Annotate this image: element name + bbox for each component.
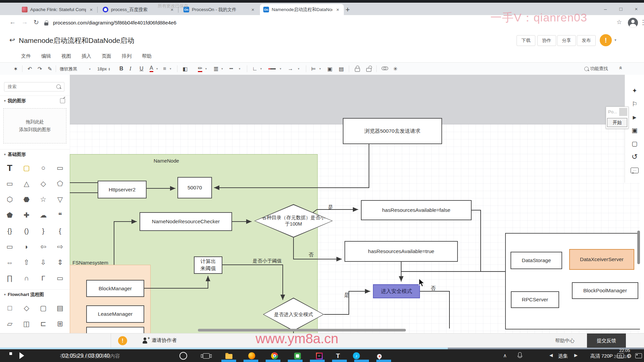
shape-item[interactable]: ⬡ bbox=[1, 193, 18, 206]
shape-item[interactable]: ▤ bbox=[52, 301, 68, 315]
font-size-stepper[interactable]: 18px ▲▼ bbox=[96, 65, 117, 73]
undo-icon[interactable]: ↶ bbox=[28, 65, 32, 72]
select-frame-icon[interactable]: ⚐ bbox=[630, 99, 640, 109]
fullscreen-icon[interactable] bbox=[635, 353, 642, 358]
chevron-down-icon[interactable]: ▾ bbox=[221, 65, 223, 72]
task-view-icon[interactable] bbox=[202, 352, 210, 360]
edit-icon[interactable] bbox=[60, 98, 65, 103]
tray-chevron-up-icon[interactable]: ∧ bbox=[503, 353, 507, 359]
maximize-icon[interactable]: □ bbox=[613, 3, 629, 15]
back-icon[interactable]: ← bbox=[9, 18, 16, 26]
browser-menu-icon[interactable]: ⋮ bbox=[640, 18, 644, 26]
align-objects-icon[interactable]: ⊨ bbox=[311, 65, 316, 72]
node-50070[interactable]: 50070 bbox=[177, 177, 212, 198]
avatar-caret-icon[interactable]: ▾ bbox=[614, 38, 616, 42]
shape-item[interactable]: ∩ bbox=[18, 272, 35, 285]
vertical-scrollbar[interactable] bbox=[637, 231, 640, 264]
shape-item[interactable]: ▢ bbox=[35, 301, 52, 315]
screenshot-icon[interactable] bbox=[617, 353, 624, 358]
bold-button[interactable]: B bbox=[119, 65, 123, 72]
section-my-shapes[interactable]: ▾ 我的图形 bbox=[0, 96, 70, 106]
node-resource-checker[interactable]: NameNodeResourceChecker bbox=[140, 212, 232, 231]
chevron-down-icon[interactable]: ▾ bbox=[280, 65, 281, 72]
stepper-arrows-icon[interactable]: ▲▼ bbox=[108, 67, 110, 71]
music-app-icon[interactable]: ♪ bbox=[352, 352, 361, 360]
collaborate-button[interactable]: 协作 bbox=[537, 35, 556, 46]
menu-item[interactable]: 编辑 bbox=[41, 53, 51, 59]
next-episode-icon[interactable]: ▶ bbox=[574, 353, 578, 358]
url-text[interactable]: processon.com/diagraming/5f86b04fe401fd0… bbox=[53, 20, 176, 25]
shape-item[interactable]: ▢ bbox=[18, 161, 35, 175]
close-icon[interactable]: × bbox=[629, 3, 644, 15]
shape-item[interactable]: ✚ bbox=[18, 208, 35, 222]
drop-zone[interactable]: 拖到此处 添加到我的图形 bbox=[3, 108, 66, 143]
line-color-icon[interactable] bbox=[268, 65, 276, 72]
chrome-icon[interactable] bbox=[270, 352, 279, 360]
note-app-icon[interactable] bbox=[293, 352, 302, 360]
t-app-icon[interactable]: T bbox=[334, 352, 342, 360]
shape-item[interactable]: T bbox=[1, 161, 18, 175]
chevron-down-icon[interactable]: ▾ bbox=[319, 65, 321, 72]
tab-flink[interactable]: Apache Flink: Stateful Comput × bbox=[18, 4, 97, 15]
node-has-resources-true[interactable]: hasResourcesAvailable=true bbox=[344, 241, 458, 262]
collapse-toolbar-icon[interactable]: « bbox=[618, 66, 624, 68]
share-button[interactable]: 分享 bbox=[557, 35, 576, 46]
tab-close-icon[interactable]: × bbox=[250, 7, 256, 12]
shape-item[interactable]: ⇨ bbox=[52, 240, 68, 253]
help-center[interactable]: 帮助中心 bbox=[555, 338, 575, 344]
file-explorer-icon[interactable] bbox=[225, 352, 233, 360]
shape-item[interactable]: ⇩ bbox=[35, 256, 52, 269]
lock-icon[interactable] bbox=[355, 66, 359, 71]
node-httpserver2[interactable]: Httpserver2 bbox=[98, 181, 147, 198]
shape-item[interactable]: ⬠ bbox=[52, 177, 68, 190]
tab-close-icon[interactable]: × bbox=[89, 7, 94, 12]
shape-item[interactable]: ◇ bbox=[35, 177, 52, 190]
font-family-select[interactable]: 微软雅黑 ▾ bbox=[58, 65, 93, 73]
invite-collaborator[interactable]: 邀请协作者 bbox=[152, 337, 177, 344]
tab-close-icon[interactable]: × bbox=[335, 7, 340, 12]
chevron-down-icon[interactable]: ▾ bbox=[239, 65, 240, 72]
map-app-icon[interactable] bbox=[375, 352, 383, 360]
shape-item[interactable]: ⇦ bbox=[35, 240, 52, 253]
prev-episode-icon[interactable]: ◀ bbox=[549, 353, 553, 358]
comment-icon[interactable]: ··· bbox=[630, 165, 640, 175]
node-partial[interactable] bbox=[86, 327, 144, 333]
underline-button[interactable]: U bbox=[140, 65, 144, 72]
menu-item[interactable]: 页面 bbox=[102, 53, 111, 59]
shape-item[interactable]: ⇔ bbox=[1, 256, 18, 269]
redo-icon[interactable]: ↷ bbox=[38, 65, 42, 72]
cortana-icon[interactable] bbox=[179, 352, 187, 360]
magic-wand-icon[interactable]: ✶ bbox=[13, 65, 18, 72]
node-data-storage[interactable]: DataStorage bbox=[511, 252, 562, 269]
node-rpc-server[interactable]: RPCServer bbox=[511, 291, 559, 308]
chevron-down-icon[interactable]: ▾ bbox=[205, 65, 207, 72]
connector-style-icon[interactable]: ∟ bbox=[252, 65, 258, 72]
menu-item[interactable]: 文件 bbox=[21, 53, 31, 59]
shape-item[interactable]: ▽ bbox=[52, 193, 68, 206]
shape-item[interactable]: ⇕ bbox=[52, 256, 68, 269]
minimize-icon[interactable]: – bbox=[598, 3, 613, 15]
shape-item[interactable]: ◇ bbox=[18, 301, 35, 315]
fill-color-icon[interactable]: ◧ bbox=[182, 65, 187, 72]
shape-item[interactable]: ∏ bbox=[1, 272, 18, 285]
node-block-manager[interactable]: BlockManager bbox=[86, 280, 144, 297]
bookmark-star-icon[interactable]: ☆ bbox=[616, 18, 622, 26]
shape-search-box[interactable] bbox=[4, 82, 64, 92]
shape-item[interactable]: ○ bbox=[35, 161, 52, 175]
menu-item[interactable]: 插入 bbox=[82, 53, 91, 59]
node-enter-safe-mode[interactable]: 进入安全模式 bbox=[373, 284, 420, 298]
browser-profile-avatar[interactable] bbox=[628, 18, 638, 28]
shape-item[interactable]: { bbox=[52, 224, 68, 238]
feedback-button[interactable]: 提交反馈 bbox=[587, 334, 626, 348]
menu-item[interactable]: 排列 bbox=[122, 53, 131, 59]
shape-item[interactable]: ▭ bbox=[52, 161, 68, 175]
section-basic-shapes[interactable]: ▾ 基础图形 bbox=[0, 149, 70, 159]
node-browser-request[interactable]: 浏览器50070去发送请求 bbox=[343, 118, 442, 144]
unlock-icon[interactable] bbox=[366, 66, 371, 71]
shape-item[interactable]: ▭ bbox=[1, 177, 18, 190]
new-page-icon[interactable]: ▢ bbox=[630, 138, 640, 148]
line-width-icon[interactable]: ≣ bbox=[213, 65, 219, 72]
settings-gear-icon[interactable]: ⚙ bbox=[627, 353, 632, 360]
node-has-resources-false[interactable]: hasResourcesAvailable=false bbox=[361, 200, 472, 220]
chevron-down-icon[interactable]: ▾ bbox=[298, 65, 300, 72]
